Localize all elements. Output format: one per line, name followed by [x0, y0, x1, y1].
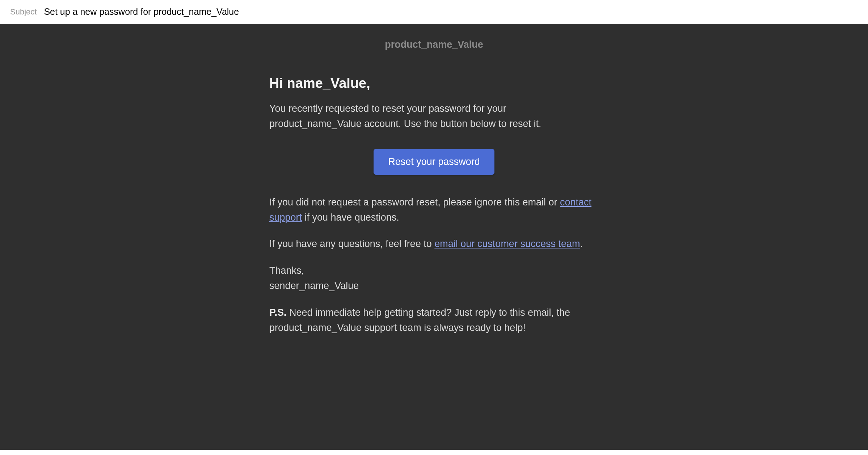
greeting: Hi name_Value,	[269, 76, 599, 91]
sender-name: sender_name_Value	[269, 280, 359, 291]
subject-value: Set up a new password for product_name_V…	[44, 7, 239, 17]
subject-label: Subject	[10, 7, 37, 17]
ps-text: Need immediate help getting started? Jus…	[269, 307, 570, 333]
email-content: Hi name_Value, You recently requested to…	[269, 76, 599, 357]
signoff: Thanks, sender_name_Value	[269, 263, 599, 294]
ignore-post: if you have questions.	[302, 212, 399, 223]
button-wrap: Reset your password	[269, 149, 599, 175]
thanks-text: Thanks,	[269, 265, 304, 276]
ps-label: P.S.	[269, 307, 287, 318]
email-body: product_name_Value Hi name_Value, You re…	[0, 24, 868, 450]
ignore-text: If you did not request a password reset,…	[269, 195, 599, 225]
email-container: product_name_Value Hi name_Value, You re…	[269, 24, 599, 357]
success-team-link[interactable]: email our customer success team	[434, 238, 580, 249]
questions-text: If you have any questions, feel free to …	[269, 237, 599, 252]
questions-post: .	[580, 238, 583, 249]
ps-block: P.S. Need immediate help getting started…	[269, 305, 599, 336]
intro-text: You recently requested to reset your pas…	[269, 101, 599, 132]
reset-password-button[interactable]: Reset your password	[374, 149, 494, 175]
product-name: product_name_Value	[269, 39, 599, 50]
product-header: product_name_Value	[269, 24, 599, 76]
ignore-pre: If you did not request a password reset,…	[269, 197, 560, 208]
questions-pre: If you have any questions, feel free to	[269, 238, 434, 249]
subject-bar: Subject Set up a new password for produc…	[0, 0, 868, 24]
